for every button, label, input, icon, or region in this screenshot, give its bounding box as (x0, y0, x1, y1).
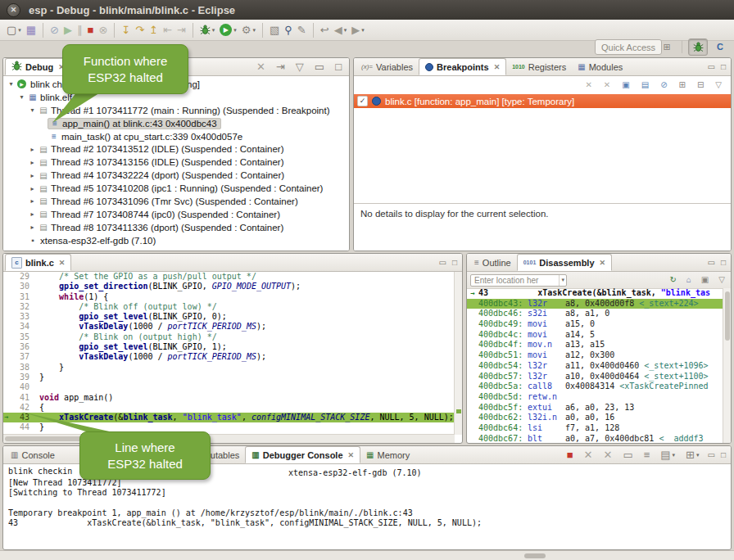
terminate-icon[interactable]: ■ (564, 446, 576, 463)
line-number[interactable]: 39 (10, 373, 33, 382)
tab-outline[interactable]: ≡ Outline (469, 254, 517, 271)
disassembly-row[interactable]: 400dbc4f:mov.na13, a15 (467, 340, 723, 350)
line-number[interactable]: 31 (10, 292, 33, 302)
line-number[interactable]: 36 (10, 342, 33, 352)
disassembly-row[interactable]: 400dbc62:l32i.na0, a0, 16 (467, 413, 723, 423)
code-line[interactable]: 39} (3, 373, 455, 382)
remove-all-breakpoints-icon[interactable]: ✕ (601, 79, 613, 92)
minimize-icon[interactable]: ▭ (312, 58, 327, 75)
location-combo[interactable]: Enter location her ▾ (470, 274, 567, 287)
maximize-icon[interactable]: □ (452, 258, 457, 267)
disassembly-row[interactable]: 400dbc5a:call80x40084314 <xTaskCreatePin… (467, 382, 723, 392)
remove-breakpoint-icon[interactable]: ✕ (582, 79, 594, 92)
suspend-icon[interactable]: ∥ (75, 21, 85, 38)
tab-executables[interactable]: utables (205, 446, 245, 463)
quick-access-button[interactable]: Quick Access (595, 39, 662, 55)
debug-tree-item[interactable]: ▸▤Thread #8 1073411336 (dport) (Suspende… (3, 221, 349, 234)
collapse-all-icon[interactable]: ⊟ (695, 79, 706, 92)
instruction-stepping-mode-icon[interactable]: ⇥ (274, 58, 288, 75)
line-number[interactable]: 38 (10, 363, 33, 373)
tab-memory[interactable]: ▦ Memory (360, 446, 415, 463)
terminate-icon[interactable]: ■ (85, 21, 97, 38)
home-icon[interactable]: ⌂ (684, 273, 694, 287)
tree-expander-icon[interactable]: ▸ (28, 185, 37, 192)
code-line[interactable]: 38 } (3, 363, 455, 373)
clear-console-icon[interactable]: ▭ (620, 446, 635, 463)
tab-debug[interactable]: Debug ✕ (5, 58, 71, 75)
debug-icon[interactable]: ▾ (197, 21, 218, 38)
disassembly-source-row[interactable]: →43 xTaskCreate(&blink_task, "blink_tas (467, 288, 723, 299)
line-number[interactable]: 40 (10, 382, 33, 392)
skip-all-breakpoints-icon[interactable]: ⊘ (48, 21, 61, 38)
cpp-perspective-button[interactable]: C (711, 39, 729, 55)
line-number[interactable]: 30 (10, 282, 33, 291)
code-line[interactable]: 40 (3, 382, 455, 392)
remove-launch-icon[interactable]: ✕ (582, 446, 596, 463)
maximize-icon[interactable]: □ (721, 258, 726, 267)
debug-tree-item[interactable]: ≡main_task() at cpu_start.c:339 0x400d05… (3, 130, 349, 143)
debug-tree-item[interactable]: ▸▤Thread #6 1073431096 (Tmr Svc) (Suspen… (3, 195, 349, 208)
code-line[interactable]: 36 gpio_set_level(BLINK_GPIO, 1); (3, 342, 455, 352)
open-console-icon[interactable]: ⊞▾ (683, 446, 701, 463)
tree-expander-icon[interactable]: ▾ (17, 93, 26, 101)
sync-with-active-context-icon[interactable]: ▣ (699, 273, 711, 287)
disassembly-listing[interactable]: →43 xTaskCreate(&blink_task, "blink_tas4… (467, 288, 723, 443)
maximize-icon[interactable]: □ (721, 62, 726, 71)
close-icon[interactable]: ✕ (494, 63, 501, 71)
close-button[interactable]: ✕ (7, 3, 20, 17)
remove-all-terminated-icon[interactable]: ✕ (254, 58, 268, 75)
line-number[interactable]: 34 (10, 322, 33, 332)
code-line[interactable]: 30 gpio_set_direction(BLINK_GPIO, GPIO_M… (3, 282, 455, 291)
maximize-icon[interactable]: □ (333, 58, 344, 75)
run-icon[interactable]: ▶▾ (217, 21, 239, 38)
tab-registers[interactable]: 1010 Registers (506, 58, 572, 75)
code-line[interactable]: 32 /* Blink off (output low) */ (3, 302, 455, 312)
new-wizard-icon[interactable]: ▢▾ (4, 21, 24, 38)
drop-to-frame-icon[interactable]: ⇤ (161, 21, 174, 38)
tab-debugger-console[interactable]: ▥ Debugger Console ✕ (245, 446, 360, 463)
step-over-icon[interactable]: ↷ (133, 21, 147, 38)
disassembly-row[interactable]: 400dbc5f:extuia6, a0, 23, 13 (467, 403, 723, 413)
overview-ruler[interactable] (454, 272, 462, 435)
line-number[interactable]: 35 (10, 332, 33, 342)
disassembly-row[interactable]: 400dbc67:blta0, a7, 0x400dbc81 <__adddf3 (467, 434, 723, 443)
tree-expander-icon[interactable]: ▸ (28, 224, 37, 231)
tree-expander-icon[interactable]: ▸ (28, 159, 37, 166)
debug-perspective-button[interactable] (688, 38, 708, 56)
display-selected-console-icon[interactable]: ▤▾ (658, 446, 677, 463)
breakpoint-item[interactable]: ✓ blink.c [function: app_main] [type: Te… (354, 94, 731, 108)
status-scroll-thumb[interactable] (524, 553, 546, 558)
close-icon[interactable]: ✕ (348, 451, 355, 459)
debug-tree-item[interactable]: ▸▤Thread #7 1073408744 (ipc0) (Suspended… (3, 208, 349, 221)
disassembly-row[interactable]: 400dbc43:l32ra8, 0x400d00f8 <_stext+224> (467, 299, 723, 309)
disconnect-icon[interactable]: ⊗ (96, 21, 110, 38)
tree-expander-icon[interactable]: ▸ (28, 172, 37, 179)
code-line[interactable]: 41void app_main() (3, 393, 455, 403)
disassembly-row[interactable]: 400dbc46:s32ia8, a1, 0 (467, 309, 723, 319)
close-icon[interactable]: ✕ (59, 259, 66, 267)
disassembly-row[interactable]: 400dbc64:lsif7, a1, 128 (467, 423, 723, 434)
minimize-icon[interactable]: ▭ (439, 258, 446, 267)
debug-tree-item[interactable]: ▸▤Thread #4 1073432224 (dport) (Suspende… (3, 169, 349, 182)
tree-expander-icon[interactable]: ▾ (28, 106, 37, 114)
expand-all-icon[interactable]: ⊞ (677, 79, 688, 92)
line-number[interactable]: 37 (10, 352, 33, 362)
code-line[interactable]: 35 /* Blink on (output high) */ (3, 332, 455, 342)
tab-blink-c[interactable]: c blink.c ✕ (5, 254, 71, 271)
debug-tree-item[interactable]: ▸▤Thread #2 1073413512 (IDLE) (Suspended… (3, 142, 349, 156)
tree-expander-icon[interactable]: ▸ (28, 197, 37, 205)
view-menu-icon[interactable]: ▽ (713, 79, 724, 92)
step-into-icon[interactable]: ↧ (119, 21, 133, 38)
back-icon[interactable]: ◀▾ (332, 21, 350, 38)
breakpoint-checkbox[interactable]: ✓ (357, 96, 368, 106)
line-number[interactable]: 29 (10, 272, 33, 282)
line-number[interactable]: 41 (10, 393, 33, 403)
code-line[interactable]: 29 /* Set the GPIO as a push/pull output… (3, 272, 455, 282)
step-return-icon[interactable]: ↥ (147, 21, 161, 38)
tab-console[interactable]: ▥ Console (5, 446, 61, 463)
disassembly-row[interactable]: 400dbc57:l32ra10, 0x400d0464 <_stext+110… (467, 372, 723, 382)
debug-tree-item[interactable]: ▪xtensa-esp32-elf-gdb (7.10) (3, 234, 349, 247)
tree-expander-icon[interactable]: ▸ (28, 146, 37, 153)
last-edit-location-icon[interactable]: ↩ (318, 21, 332, 38)
code-line[interactable]: 31 while(1) { (3, 292, 455, 302)
